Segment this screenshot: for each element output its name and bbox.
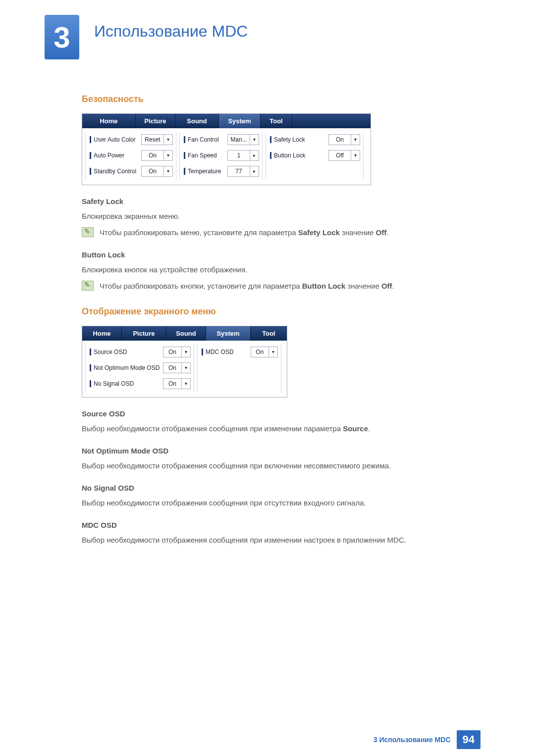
dropdown-no-signal-osd[interactable]: On ▾ xyxy=(163,378,191,389)
note-icon xyxy=(82,281,94,291)
label-fan-speed: Fan Speed xyxy=(188,152,227,159)
chevron-down-icon: ▾ xyxy=(163,135,172,145)
label-source-osd: Source OSD xyxy=(94,349,163,355)
chevron-down-icon: ▾ xyxy=(181,363,190,373)
tab-tool[interactable]: Tool xyxy=(261,114,292,128)
row-marker xyxy=(184,152,185,159)
note-button-lock-text: Чтобы разблокировать кнопки, установите … xyxy=(100,281,394,292)
heading-not-optimum-osd: Not Optimum Mode OSD xyxy=(82,447,471,455)
tab-system[interactable]: System xyxy=(219,114,261,128)
tab-spacer xyxy=(292,114,371,128)
note-safety-lock: Чтобы разблокировать меню, установите дл… xyxy=(82,227,471,239)
dropdown-not-optimum-osd[interactable]: On ▾ xyxy=(163,362,191,373)
row-marker xyxy=(270,136,271,143)
tab-picture[interactable]: Picture xyxy=(136,114,175,128)
dropdown-safety-lock[interactable]: On ▾ xyxy=(328,134,360,145)
footer-text: 3 Использование MDC xyxy=(374,736,451,744)
stepper-temperature[interactable]: 77 ▸ xyxy=(227,166,259,177)
note-icon xyxy=(82,227,94,237)
heading-button-lock: Button Lock xyxy=(82,251,471,259)
dropdown-auto-power[interactable]: On ▾ xyxy=(141,150,173,161)
dropdown-standby-control[interactable]: On ▾ xyxy=(141,166,173,177)
label-auto-power: Auto Power xyxy=(94,152,141,159)
row-marker xyxy=(184,136,185,143)
page-number: 94 xyxy=(457,730,481,749)
dropdown-user-auto-color[interactable]: Reset ▾ xyxy=(141,134,173,145)
label-mdc-osd: MDC OSD xyxy=(206,349,251,355)
heading-safety-lock: Safety Lock xyxy=(82,197,471,205)
text-not-optimum-osd: Выбор необходимости отображения сообщени… xyxy=(82,460,471,472)
row-marker xyxy=(90,152,91,159)
chevron-down-icon: ▾ xyxy=(351,151,360,160)
panel1-tabbar: Home Picture Sound System Tool xyxy=(82,114,371,128)
chevron-down-icon: ▾ xyxy=(268,347,277,357)
osd-panel: Home Picture Sound System Tool Source OS… xyxy=(82,326,287,398)
label-safety-lock: Safety Lock xyxy=(274,136,328,143)
tab-home[interactable]: Home xyxy=(82,326,122,341)
chevron-right-icon: ▸ xyxy=(250,166,259,176)
tab-sound[interactable]: Sound xyxy=(166,326,206,341)
text-source-osd: Выбор необходимости отображения сообщени… xyxy=(82,423,471,435)
row-marker xyxy=(90,136,91,143)
chevron-down-icon: ▾ xyxy=(163,166,172,176)
label-button-lock: Button Lock xyxy=(274,152,328,159)
chevron-right-icon: ▸ xyxy=(250,151,259,160)
chevron-down-icon: ▾ xyxy=(250,135,259,145)
tab-tool[interactable]: Tool xyxy=(251,326,287,341)
row-marker xyxy=(184,168,185,175)
dropdown-fan-control[interactable]: Man... ▾ xyxy=(227,134,259,145)
row-marker xyxy=(90,380,91,387)
label-standby-control: Standby Control xyxy=(94,168,141,175)
heading-no-signal-osd: No Signal OSD xyxy=(82,484,471,492)
note-safety-lock-text: Чтобы разблокировать меню, установите дл… xyxy=(100,227,388,239)
row-marker xyxy=(202,349,203,355)
chevron-down-icon: ▾ xyxy=(163,151,172,160)
chapter-header: 3 Использование MDC xyxy=(45,15,248,59)
label-not-optimum-osd: Not Optimum Mode OSD xyxy=(94,364,163,371)
section-security: Безопасность xyxy=(82,94,471,104)
tab-system[interactable]: System xyxy=(206,326,251,341)
tab-picture[interactable]: Picture xyxy=(122,326,166,341)
note-button-lock: Чтобы разблокировать кнопки, установите … xyxy=(82,281,471,292)
row-marker xyxy=(270,152,271,159)
chevron-down-icon: ▾ xyxy=(181,379,190,389)
text-no-signal-osd: Выбор необходимости отображения сообщени… xyxy=(82,497,471,509)
stepper-fan-speed[interactable]: 1 ▸ xyxy=(227,150,259,161)
heading-source-osd: Source OSD xyxy=(82,409,471,418)
row-marker xyxy=(90,349,91,355)
dropdown-mdc-osd[interactable]: On ▾ xyxy=(251,347,278,357)
text-safety-lock-desc: Блокировка экранных меню. xyxy=(82,210,471,222)
section-osd: Отображение экранного меню xyxy=(82,306,471,317)
label-no-signal-osd: No Signal OSD xyxy=(94,380,163,387)
row-marker xyxy=(90,168,91,175)
tab-sound[interactable]: Sound xyxy=(175,114,219,128)
row-marker xyxy=(90,364,91,371)
chapter-title: Использование MDC xyxy=(94,22,248,41)
label-user-auto-color: User Auto Color xyxy=(94,136,141,143)
dropdown-button-lock[interactable]: Off ▾ xyxy=(328,150,360,161)
heading-mdc-osd: MDC OSD xyxy=(82,521,471,529)
dropdown-source-osd[interactable]: On ▾ xyxy=(163,347,191,357)
chevron-down-icon: ▾ xyxy=(181,347,190,357)
chevron-down-icon: ▾ xyxy=(351,135,360,145)
chapter-number: 3 xyxy=(45,15,79,59)
text-mdc-osd: Выбор необходимости отображения сообщени… xyxy=(82,534,471,546)
tab-home[interactable]: Home xyxy=(82,114,136,128)
page-footer: 3 Использование MDC 94 xyxy=(374,730,481,749)
label-temperature: Temperature xyxy=(188,168,227,175)
text-button-lock-desc: Блокировка кнопок на устройстве отображе… xyxy=(82,264,471,276)
label-fan-control: Fan Control xyxy=(188,136,227,143)
security-panel: Home Picture Sound System Tool User Auto… xyxy=(82,113,371,185)
panel2-tabbar: Home Picture Sound System Tool xyxy=(82,326,287,341)
